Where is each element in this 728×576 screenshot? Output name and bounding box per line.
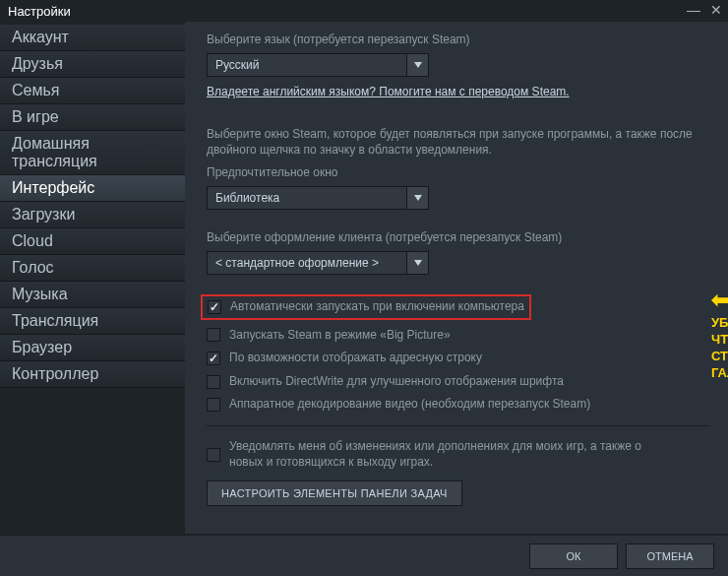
skin-dropdown[interactable]: < стандартное оформление > bbox=[207, 251, 429, 275]
checkbox-row-3[interactable]: Включить DirectWrite для улучшенного ото… bbox=[207, 371, 710, 393]
checkbox-1[interactable] bbox=[207, 328, 220, 342]
notify-checkbox[interactable] bbox=[207, 448, 220, 462]
translate-link[interactable]: Владеете английским языком? Помогите нам… bbox=[207, 85, 570, 98]
sidebar-item-9[interactable]: Музыка bbox=[0, 282, 185, 308]
close-icon[interactable]: ✕ bbox=[710, 2, 722, 18]
sidebar-item-11[interactable]: Браузер bbox=[0, 335, 185, 361]
notify-checkbox-row[interactable]: Уведомлять меня об изменениях или дополн… bbox=[207, 436, 710, 473]
chevron-down-icon[interactable] bbox=[407, 251, 429, 275]
window-select-label: Выберите окно Steam, которое будет появл… bbox=[207, 126, 710, 158]
notify-label: Уведомлять меня об изменениях или дополн… bbox=[229, 439, 652, 470]
taskbar-settings-button[interactable]: НАСТРОИТЬ ЭЛЕМЕНТЫ ПАНЕЛИ ЗАДАЧ bbox=[207, 480, 462, 506]
footer: ОК ОТМЕНА bbox=[0, 535, 728, 576]
checkbox-label-1: Запускать Steam в режиме «Big Picture» bbox=[229, 328, 451, 344]
window-title: Настройки bbox=[8, 4, 71, 19]
checkbox-3[interactable] bbox=[207, 375, 220, 389]
titlebar: Настройки — ✕ bbox=[0, 0, 728, 22]
checkbox-label-0: Автоматически запускать при включении ко… bbox=[230, 299, 524, 315]
pref-window-dropdown[interactable]: Библиотека bbox=[207, 186, 429, 210]
sidebar-item-12[interactable]: Контроллер bbox=[0, 361, 185, 388]
pref-window-label: Предпочтительное окно bbox=[207, 164, 710, 180]
sidebar-item-0[interactable]: Аккаунт bbox=[0, 25, 185, 51]
separator bbox=[207, 425, 710, 426]
sidebar-item-3[interactable]: В игре bbox=[0, 104, 185, 131]
sidebar-item-10[interactable]: Трансляция bbox=[0, 308, 185, 335]
sidebar-item-6[interactable]: Загрузки bbox=[0, 202, 185, 228]
checkbox-0[interactable] bbox=[208, 300, 221, 314]
language-dropdown[interactable]: Русский bbox=[207, 53, 429, 77]
main-panel: Выберите язык (потребуется перезапуск St… bbox=[185, 22, 728, 534]
cancel-button[interactable]: ОТМЕНА bbox=[626, 544, 714, 569]
pref-window-value: Библиотека bbox=[207, 186, 407, 210]
checkbox-label-4: Аппаратное декодирование видео (необходи… bbox=[229, 397, 590, 413]
annotation: ⬅ Убедитесь, что здесь стоит галочка! bbox=[711, 289, 728, 382]
sidebar-item-8[interactable]: Голос bbox=[0, 255, 185, 282]
sidebar-item-7[interactable]: Cloud bbox=[0, 228, 185, 255]
skin-label: Выберите оформление клиента (потребуется… bbox=[207, 229, 710, 245]
chevron-down-icon[interactable] bbox=[407, 186, 429, 210]
ok-button[interactable]: ОК bbox=[529, 544, 618, 569]
checkbox-2[interactable] bbox=[207, 352, 220, 365]
checkbox-row-1[interactable]: Запускать Steam в режиме «Big Picture» bbox=[207, 325, 710, 347]
sidebar-item-5[interactable]: Интерфейс bbox=[0, 175, 185, 202]
language-value: Русский bbox=[207, 53, 407, 77]
checkbox-row-0[interactable]: Автоматически запускать при включении ко… bbox=[201, 294, 531, 320]
arrow-left-icon: ⬅ bbox=[711, 289, 728, 311]
checkbox-label-2: По возможности отображать адресную строк… bbox=[229, 351, 482, 366]
content: АккаунтДрузьяСемьяВ игреДомашняя трансля… bbox=[0, 22, 728, 534]
sidebar-item-4[interactable]: Домашняя трансляция bbox=[0, 131, 185, 175]
language-label: Выберите язык (потребуется перезапуск St… bbox=[207, 32, 710, 47]
checkbox-row-4[interactable]: Аппаратное декодирование видео (необходи… bbox=[207, 394, 710, 416]
window-controls: — ✕ bbox=[687, 2, 722, 18]
checkbox-4[interactable] bbox=[207, 398, 220, 412]
sidebar: АккаунтДрузьяСемьяВ игреДомашняя трансля… bbox=[0, 22, 185, 534]
checkbox-label-3: Включить DirectWrite для улучшенного ото… bbox=[229, 374, 564, 390]
sidebar-item-2[interactable]: Семья bbox=[0, 78, 185, 104]
sidebar-item-1[interactable]: Друзья bbox=[0, 51, 185, 78]
chevron-down-icon[interactable] bbox=[407, 53, 429, 77]
annotation-text: Убедитесь, что здесь стоит галочка! bbox=[711, 315, 728, 382]
checkbox-row-2[interactable]: По возможности отображать адресную строк… bbox=[207, 348, 710, 369]
skin-value: < стандартное оформление > bbox=[207, 251, 407, 275]
minimize-icon[interactable]: — bbox=[687, 2, 700, 18]
